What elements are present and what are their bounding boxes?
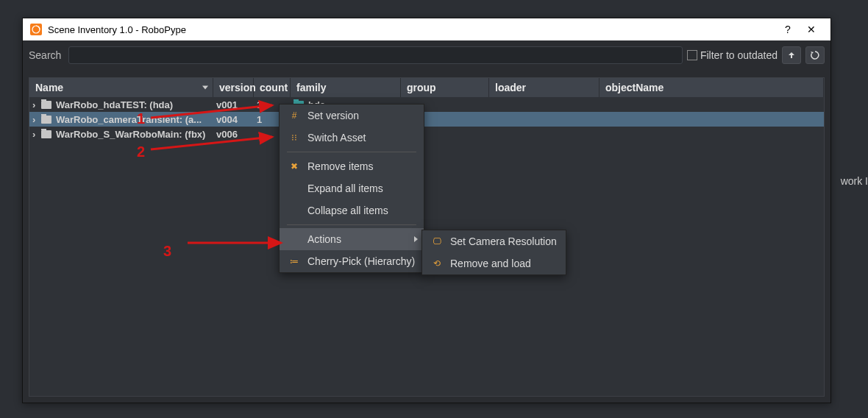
chevron-right-icon: › [32,114,40,125]
row-name: WarRobo_S_WarRoboMain: (fbx) [56,129,205,140]
filter-to-outdated-checkbox[interactable]: Filter to outdated [687,49,778,61]
menu-item-label: Expand all items [307,183,383,194]
menu-separator [287,224,416,225]
actions-submenu[interactable]: 🖵 Set Camera Resolution⟲ Remove and load [421,230,566,275]
app-icon [30,24,42,35]
hash-icon: # [288,110,300,121]
folder-icon [41,101,51,109]
chevron-right-icon [414,236,418,242]
table-row[interactable]: › WarRobo_S_WarRoboMain: (fbx) v006 [29,127,824,141]
sort-indicator-icon [202,86,208,90]
help-button[interactable]: ? [776,18,800,40]
sitemap-icon: ⁝⁝ [288,132,300,143]
folder-icon [41,116,51,124]
menu-item[interactable]: Expand all items [280,177,424,199]
submenu-item-label: Set Camera Resolution [450,235,557,247]
menu-item[interactable]: ✖ Remove items [280,155,424,177]
row-name: WarRobo_cameraTransient: (a... [56,114,202,125]
row-version: v001 [213,99,254,110]
remove-icon: ✖ [288,161,300,171]
refresh-button[interactable] [805,46,825,64]
row-version: v004 [213,114,254,125]
folder-icon [41,130,51,138]
refresh-icon [811,51,819,60]
search-input[interactable] [68,46,683,64]
menu-item[interactable]: # Set version [280,104,424,127]
menu-item-label: Cherry-Pick (Hierarchy) [307,255,415,267]
menu-item-label: Actions [307,233,341,245]
menu-item-label: Switch Asset [307,132,366,144]
menu-item-label: Set version [307,110,359,121]
list-icon: ≔ [288,256,300,266]
menu-item[interactable]: ≔ Cherry-Pick (Hierarchy) [280,250,424,272]
menu-item[interactable]: Collapse all items [280,199,424,222]
background-partial-text: work I [841,175,868,187]
header-group[interactable]: group [401,78,489,97]
header-name[interactable]: Name [29,78,213,97]
submenu-item[interactable]: ⟲ Remove and load [422,252,566,274]
arrow-up-icon [787,51,796,60]
upload-button[interactable] [782,46,801,64]
context-menu[interactable]: # Set version ⁝⁝ Switch Asset ✖ Remove i… [279,104,424,273]
row-version: v006 [213,129,254,140]
menu-item[interactable]: Actions [280,228,424,250]
table-headers: Name version count family group loader o… [29,78,824,97]
submenu-item[interactable]: 🖵 Set Camera Resolution [422,230,566,252]
header-objectname[interactable]: objectName [600,78,824,97]
menu-item[interactable]: ⁝⁝ Switch Asset [280,127,424,149]
chevron-right-icon: › [32,129,40,140]
table-row[interactable]: › WarRobo_cameraTransient: (a... v004 1 [29,112,824,127]
submenu-item-label: Remove and load [450,258,531,269]
search-bar: Search Filter to outdated [23,40,830,70]
reload-icon: ⟲ [431,258,443,269]
table-rows: › WarRobo_hdaTEST: (hda) v001 1 hda › Wa… [29,97,824,141]
header-loader[interactable]: loader [489,78,600,97]
header-family[interactable]: family [291,78,401,97]
table-row[interactable]: › WarRobo_hdaTEST: (hda) v001 1 hda [29,97,824,112]
scene-inventory-window: Scene Inventory 1.0 - RoboPype ? ✕ Searc… [22,18,831,403]
chevron-right-icon: › [32,99,40,110]
header-version[interactable]: version [213,78,254,97]
menu-item-label: Remove items [307,160,373,172]
search-label: Search [29,49,61,61]
monitor-icon: 🖵 [431,236,443,247]
titlebar: Scene Inventory 1.0 - RoboPype ? ✕ [23,18,830,40]
row-name: WarRobo_hdaTEST: (hda) [56,99,173,110]
menu-item-label: Collapse all items [307,205,388,216]
filter-label: Filter to outdated [700,49,778,61]
checkbox-box [687,50,697,60]
window-title: Scene Inventory 1.0 - RoboPype [48,24,186,35]
close-button[interactable]: ✕ [800,18,823,40]
menu-separator [287,152,416,152]
header-count[interactable]: count [254,78,291,97]
